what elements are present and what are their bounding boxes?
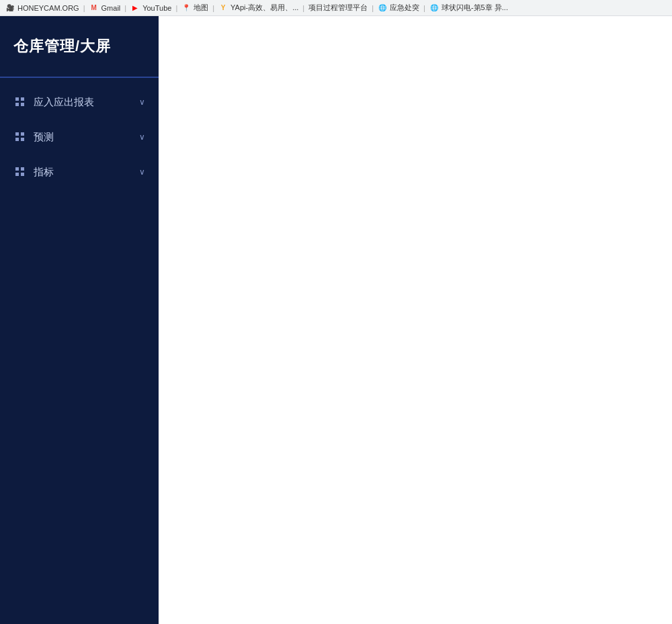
reports-icon	[13, 95, 27, 109]
reports-chevron-icon: ∨	[139, 97, 145, 107]
sidebar-item-forecast[interactable]: 预测 ∨	[0, 120, 159, 154]
tab-project[interactable]: 项目过程管理平台	[308, 3, 368, 13]
tab-maps[interactable]: 📍 地图	[181, 3, 208, 13]
app-container: 仓库管理/大屏 应入应出报表 ∨ 预测	[0, 16, 672, 624]
main-content	[159, 16, 672, 624]
tab-honeycan[interactable]: 🎥 HONEYCAM.ORG	[5, 3, 79, 13]
tab-yapi[interactable]: Y YApi-高效、易用、...	[218, 3, 298, 13]
sidebar-item-indicators[interactable]: 指标 ∨	[0, 154, 159, 189]
tab-ball[interactable]: 🌐 球状闪电-第5章 异...	[429, 3, 508, 13]
sidebar-nav: 应入应出报表 ∨ 预测 ∨ 指标	[0, 78, 159, 624]
ball-icon: 🌐	[429, 3, 439, 13]
emergency-icon: 🌐	[378, 3, 387, 13]
honeycan-icon: 🎥	[5, 3, 15, 13]
browser-chrome: 🎥 HONEYCAM.ORG | M Gmail | ▶ YouTube | 📍…	[0, 0, 672, 16]
yapi-icon: Y	[218, 3, 228, 13]
sidebar-item-reports[interactable]: 应入应出报表 ∨	[0, 85, 159, 120]
forecast-chevron-icon: ∨	[139, 132, 145, 142]
forecast-label: 预测	[34, 131, 139, 144]
indicators-chevron-icon: ∨	[139, 167, 145, 177]
forecast-icon	[13, 130, 27, 144]
sidebar-logo: 仓库管理/大屏	[0, 16, 159, 78]
reports-label: 应入应出报表	[34, 96, 139, 109]
tab-youtube[interactable]: ▶ YouTube	[130, 3, 171, 13]
indicators-icon	[13, 165, 27, 179]
youtube-icon: ▶	[130, 3, 140, 13]
sidebar: 仓库管理/大屏 应入应出报表 ∨ 预测	[0, 16, 159, 624]
tab-emergency[interactable]: 🌐 应急处突	[378, 3, 419, 13]
maps-icon: 📍	[181, 3, 191, 13]
gmail-icon: M	[89, 3, 99, 13]
tab-gmail[interactable]: M Gmail	[89, 3, 121, 13]
indicators-label: 指标	[34, 166, 139, 179]
